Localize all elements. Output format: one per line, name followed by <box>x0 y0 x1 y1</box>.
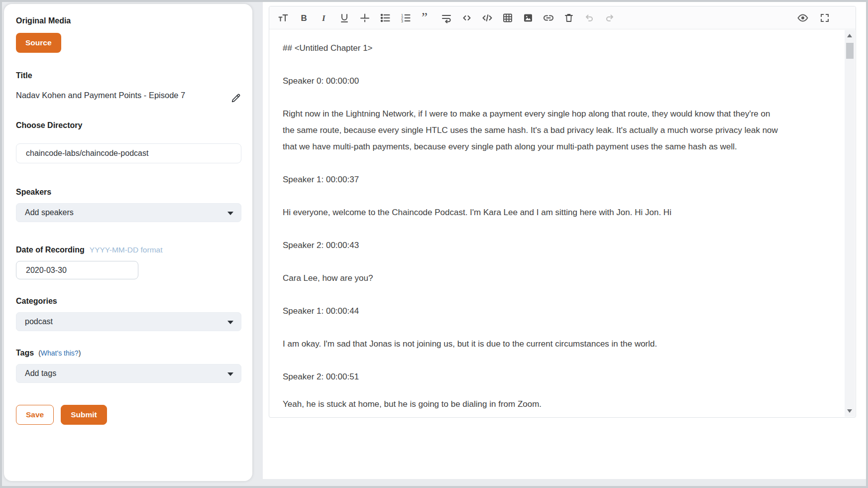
markdown-editor: B I <box>269 6 856 418</box>
bold-icon[interactable]: B <box>298 12 310 24</box>
transcript-heading: ## <Untitled Chapter 1> <box>283 40 780 56</box>
speaker-timestamp: Speaker 0: 00:00:00 <box>283 73 780 89</box>
svg-text:3: 3 <box>401 19 403 22</box>
tags-row: Tags (What's this?) <box>16 348 241 358</box>
date-input[interactable]: 2020-03-30 <box>16 261 138 279</box>
transcript-paragraph: Hi everyone, welcome to the Chaincode Po… <box>283 204 780 221</box>
toolbar-right-group <box>797 12 831 24</box>
edit-pencil-icon[interactable] <box>230 93 241 104</box>
title-value: Nadav Kohen and Payment Points - Episode… <box>16 89 201 104</box>
table-icon[interactable] <box>502 12 514 24</box>
strikethrough-icon[interactable] <box>359 12 371 24</box>
categories-value: podcast <box>25 317 53 326</box>
chevron-down-icon <box>227 321 233 324</box>
link-icon[interactable] <box>542 12 554 24</box>
transcript-paragraph-clipped: Yeah, he is stuck at home, but he is goi… <box>283 396 780 412</box>
transcript-content[interactable]: ## <Untitled Chapter 1> Speaker 0: 00:00… <box>269 30 845 417</box>
speakers-select[interactable]: Add speakers <box>16 203 241 222</box>
fullscreen-icon[interactable] <box>819 12 831 24</box>
chevron-down-icon <box>227 212 233 215</box>
categories-label: Categories <box>16 296 241 306</box>
ordered-list-icon[interactable]: 123 <box>400 12 412 24</box>
editor-scrollbar[interactable] <box>845 30 855 417</box>
transcript-paragraph: I am okay. I'm sad that Jonas is not joi… <box>283 336 780 352</box>
date-of-recording-row: Date of Recording YYYY-MM-DD format <box>16 245 241 255</box>
directory-input[interactable]: chaincode-labs/chaincode-podcast <box>16 143 241 163</box>
preview-eye-icon[interactable] <box>797 12 809 24</box>
speaker-timestamp: Speaker 2: 00:00:51 <box>283 368 780 385</box>
inline-code-icon[interactable] <box>461 12 473 24</box>
tags-hint-close: ) <box>79 349 81 357</box>
quote-icon[interactable]: ” <box>420 12 432 24</box>
underline-icon[interactable] <box>338 12 350 24</box>
redo-icon[interactable] <box>604 12 616 24</box>
speakers-placeholder: Add speakers <box>25 208 74 217</box>
chevron-down-icon <box>227 372 233 376</box>
code-block-icon[interactable] <box>481 12 493 24</box>
source-button[interactable]: Source <box>16 33 61 53</box>
svg-text:”: ” <box>422 12 428 24</box>
tags-select[interactable]: Add tags <box>16 364 241 383</box>
speaker-timestamp: Speaker 1: 00:00:44 <box>283 303 780 319</box>
transcript-paragraph: Cara Lee, how are you? <box>283 270 780 286</box>
whats-this-link[interactable]: What's this? <box>41 349 79 357</box>
action-buttons: Save Submit <box>16 405 241 425</box>
text-size-icon[interactable] <box>277 12 289 24</box>
title-row: Nadav Kohen and Payment Points - Episode… <box>16 89 241 104</box>
scroll-up-arrow-icon[interactable] <box>847 34 852 37</box>
line-wrap-icon[interactable] <box>440 12 452 24</box>
image-icon[interactable] <box>522 12 534 24</box>
speaker-timestamp: Speaker 2: 00:00:43 <box>283 237 780 253</box>
svg-text:I: I <box>322 13 326 22</box>
title-label: Title <box>16 71 241 81</box>
italic-icon[interactable]: I <box>318 12 330 24</box>
tags-label: Tags <box>16 348 34 358</box>
delete-icon[interactable] <box>563 12 575 24</box>
tags-placeholder: Add tags <box>25 369 56 378</box>
svg-text:B: B <box>301 13 307 22</box>
metadata-sidebar: Original Media Source Title Nadav Kohen … <box>4 4 252 481</box>
transcript-editor-app: Original Media Source Title Nadav Kohen … <box>0 0 868 488</box>
save-button[interactable]: Save <box>16 405 54 425</box>
scrollbar-thumb[interactable] <box>846 43 854 59</box>
transcript-paragraph: Right now in the Lightning Network, if I… <box>283 106 780 155</box>
scroll-down-arrow-icon[interactable] <box>847 409 852 413</box>
speakers-label: Speakers <box>16 187 241 197</box>
categories-select[interactable]: podcast <box>16 312 241 331</box>
original-media-label: Original Media <box>16 16 241 26</box>
choose-directory-label: Choose Directory <box>16 121 241 130</box>
editor-toolbar: B I <box>269 6 856 29</box>
date-format-hint: YYYY-MM-DD format <box>90 245 163 254</box>
unordered-list-icon[interactable] <box>379 12 391 24</box>
submit-button[interactable]: Submit <box>61 405 107 425</box>
speaker-timestamp: Speaker 1: 00:00:37 <box>283 171 780 188</box>
undo-icon[interactable] <box>583 12 595 24</box>
date-label: Date of Recording <box>16 245 85 255</box>
